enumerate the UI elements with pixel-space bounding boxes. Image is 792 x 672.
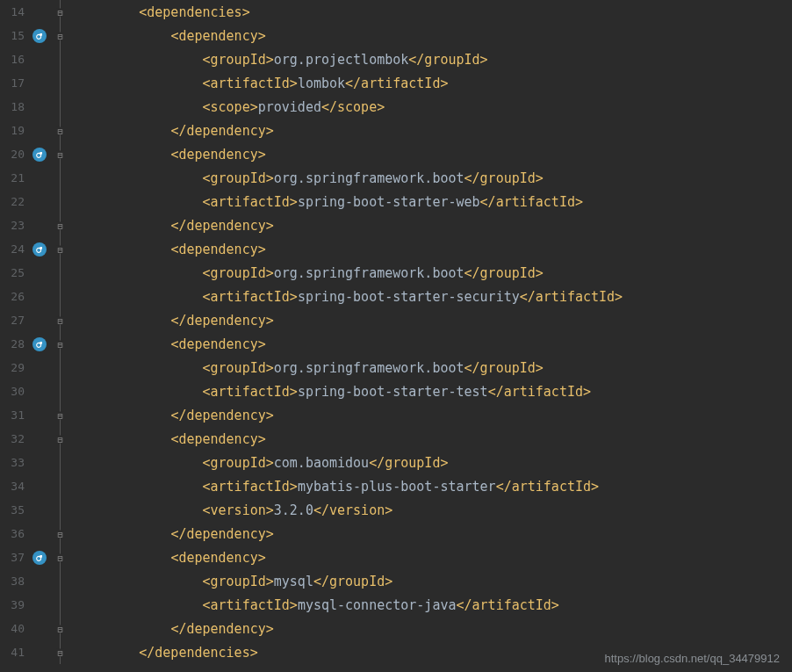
code-line[interactable]: 25 <groupId>org.springframework.boot</gr… xyxy=(0,261,792,285)
fold-gutter[interactable] xyxy=(53,71,72,95)
fold-gutter[interactable] xyxy=(53,190,72,213)
fold-gutter[interactable] xyxy=(53,47,72,71)
code-content[interactable]: <groupId>org.springframework.boot</group… xyxy=(72,170,792,186)
code-content[interactable]: <artifactId>mybatis-plus-boot-starter</a… xyxy=(72,479,792,495)
fold-open-icon[interactable]: ⊟ xyxy=(56,340,64,348)
code-content[interactable]: <artifactId>lombok</artifactId> xyxy=(72,76,792,91)
fold-gutter[interactable]: ⊟ xyxy=(53,546,72,569)
fold-gutter[interactable]: ⊟ xyxy=(53,24,72,47)
fold-close-icon[interactable]: ⊟ xyxy=(56,411,64,419)
code-content[interactable]: <version>3.2.0</version> xyxy=(72,502,792,518)
code-content[interactable]: <groupId>org.springframework.boot</group… xyxy=(72,265,792,281)
fold-gutter[interactable] xyxy=(53,498,72,522)
code-content[interactable]: </dependency> xyxy=(72,408,792,423)
fold-open-icon[interactable]: ⊟ xyxy=(56,245,64,253)
code-line[interactable]: 18 <scope>provided</scope> xyxy=(0,95,792,119)
fold-gutter[interactable]: ⊟ xyxy=(53,142,72,166)
code-line[interactable]: 28⊟ <dependency> xyxy=(0,332,792,356)
code-line[interactable]: 31⊟ </dependency> xyxy=(0,403,792,427)
code-line[interactable]: 37⊟ <dependency> xyxy=(0,546,792,569)
maven-refresh-icon[interactable] xyxy=(32,337,47,351)
code-content[interactable]: <dependency> xyxy=(72,336,792,352)
code-content[interactable]: </dependency> xyxy=(72,313,792,329)
fold-gutter[interactable]: ⊟ xyxy=(53,427,72,451)
code-line[interactable]: 32⊟ <dependency> xyxy=(0,427,792,451)
code-content[interactable]: <scope>provided</scope> xyxy=(72,99,792,115)
code-line[interactable]: 16 <groupId>org.projectlombok</groupId> xyxy=(0,47,792,71)
code-content[interactable]: <dependency> xyxy=(72,550,792,566)
fold-gutter[interactable] xyxy=(53,95,72,119)
code-line[interactable]: 34 <artifactId>mybatis-plus-boot-starter… xyxy=(0,474,792,498)
code-content[interactable]: <dependency> xyxy=(72,431,792,447)
code-line[interactable]: 22 <artifactId>spring-boot-starter-web</… xyxy=(0,190,792,213)
fold-gutter[interactable]: ⊟ xyxy=(53,640,72,664)
code-line[interactable]: 36⊟ </dependency> xyxy=(0,522,792,546)
fold-close-icon[interactable]: ⊟ xyxy=(56,530,64,538)
fold-gutter[interactable] xyxy=(53,356,72,379)
code-content[interactable]: <artifactId>spring-boot-starter-web</art… xyxy=(72,194,792,210)
maven-refresh-icon[interactable] xyxy=(32,148,47,162)
maven-refresh-icon[interactable] xyxy=(32,551,47,565)
code-line[interactable]: 40⊟ </dependency> xyxy=(0,617,792,640)
code-line[interactable]: 38 <groupId>mysql</groupId> xyxy=(0,569,792,593)
code-line[interactable]: 21 <groupId>org.springframework.boot</gr… xyxy=(0,166,792,190)
fold-gutter[interactable] xyxy=(53,474,72,498)
fold-gutter[interactable] xyxy=(53,451,72,474)
fold-gutter[interactable] xyxy=(53,379,72,403)
code-content[interactable]: <groupId>org.projectlombok</groupId> xyxy=(72,52,792,68)
fold-gutter[interactable]: ⊟ xyxy=(53,332,72,356)
code-line[interactable]: 35 <version>3.2.0</version> xyxy=(0,498,792,522)
code-content[interactable]: </dependency> xyxy=(72,621,792,637)
fold-open-icon[interactable]: ⊟ xyxy=(56,32,64,40)
code-line[interactable]: 17 <artifactId>lombok</artifactId> xyxy=(0,71,792,95)
fold-close-icon[interactable]: ⊟ xyxy=(56,221,64,229)
code-content[interactable]: <groupId>com.baomidou</groupId> xyxy=(72,455,792,471)
maven-refresh-icon[interactable] xyxy=(32,29,47,43)
code-content[interactable]: <artifactId>spring-boot-starter-test</ar… xyxy=(72,384,792,400)
code-line[interactable]: 20⊟ <dependency> xyxy=(0,142,792,166)
code-line[interactable]: 15⊟ <dependency> xyxy=(0,24,792,47)
fold-gutter[interactable]: ⊟ xyxy=(53,522,72,546)
code-line[interactable]: 19⊟ </dependency> xyxy=(0,119,792,142)
fold-gutter[interactable]: ⊟ xyxy=(53,308,72,332)
code-line[interactable]: 33 <groupId>com.baomidou</groupId> xyxy=(0,451,792,474)
fold-close-icon[interactable]: ⊟ xyxy=(56,625,64,632)
code-line[interactable]: 26 <artifactId>spring-boot-starter-secur… xyxy=(0,285,792,308)
code-line[interactable]: 29 <groupId>org.springframework.boot</gr… xyxy=(0,356,792,379)
fold-open-icon[interactable]: ⊟ xyxy=(56,8,64,16)
code-line[interactable]: 14⊟ <dependencies> xyxy=(0,0,792,24)
code-content[interactable]: <artifactId>spring-boot-starter-security… xyxy=(72,289,792,305)
code-line[interactable]: 24⊟ <dependency> xyxy=(0,237,792,261)
fold-gutter[interactable]: ⊟ xyxy=(53,403,72,427)
code-content[interactable]: <groupId>mysql</groupId> xyxy=(72,574,792,589)
fold-close-icon[interactable]: ⊟ xyxy=(56,126,64,134)
code-editor[interactable]: 14⊟ <dependencies>15⊟ <dependency>16 <gr… xyxy=(0,0,792,672)
fold-gutter[interactable]: ⊟ xyxy=(53,213,72,237)
code-line[interactable]: 39 <artifactId>mysql-connector-java</art… xyxy=(0,593,792,617)
code-content[interactable]: <artifactId>mysql-connector-java</artifa… xyxy=(72,597,792,613)
code-content[interactable]: </dependency> xyxy=(72,526,792,542)
code-line[interactable]: 23⊟ </dependency> xyxy=(0,213,792,237)
code-line[interactable]: 30 <artifactId>spring-boot-starter-test<… xyxy=(0,379,792,403)
fold-gutter[interactable]: ⊟ xyxy=(53,617,72,640)
fold-gutter[interactable] xyxy=(53,593,72,617)
fold-gutter[interactable] xyxy=(53,569,72,593)
maven-refresh-icon[interactable] xyxy=(32,242,47,257)
fold-open-icon[interactable]: ⊟ xyxy=(56,150,64,158)
fold-close-icon[interactable]: ⊟ xyxy=(56,316,64,324)
fold-open-icon[interactable]: ⊟ xyxy=(56,553,64,561)
fold-gutter[interactable] xyxy=(53,166,72,190)
fold-gutter[interactable]: ⊟ xyxy=(53,119,72,142)
code-content[interactable]: </dependency> xyxy=(72,123,792,139)
code-content[interactable]: <dependencies> xyxy=(72,4,792,20)
fold-close-icon[interactable]: ⊟ xyxy=(56,648,64,656)
fold-gutter[interactable]: ⊟ xyxy=(53,237,72,261)
code-line[interactable]: 27⊟ </dependency> xyxy=(0,308,792,332)
code-content[interactable]: </dependency> xyxy=(72,218,792,234)
code-content[interactable]: <groupId>org.springframework.boot</group… xyxy=(72,360,792,376)
code-content[interactable]: <dependency> xyxy=(72,28,792,44)
fold-gutter[interactable] xyxy=(53,285,72,308)
fold-gutter[interactable]: ⊟ xyxy=(53,0,72,24)
fold-open-icon[interactable]: ⊟ xyxy=(56,435,64,443)
fold-gutter[interactable] xyxy=(53,261,72,285)
